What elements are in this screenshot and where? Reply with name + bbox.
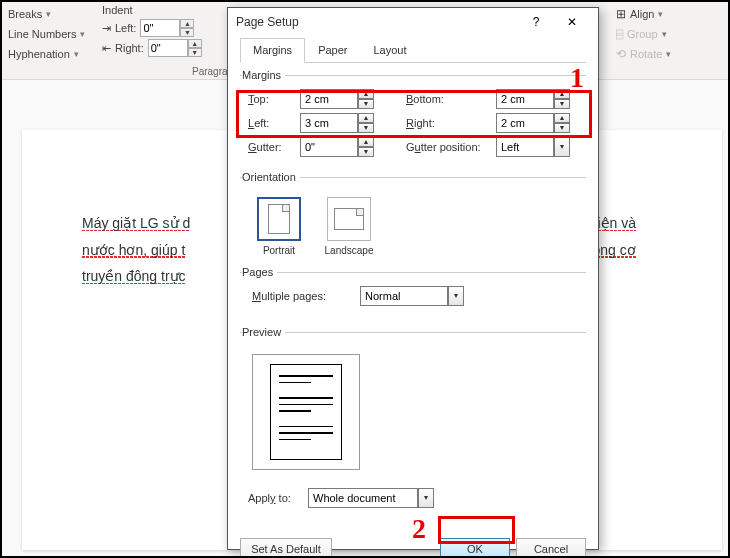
spinner-down-icon[interactable]: ▼ <box>188 48 202 57</box>
dialog-footer: Set As Default OK Cancel <box>228 530 598 558</box>
set-default-button[interactable]: Set As Default <box>240 538 332 558</box>
dialog-title: Page Setup <box>236 15 518 29</box>
spinner-down-icon[interactable]: ▼ <box>554 123 570 133</box>
pages-group: Pages Multiple pages: ▾ <box>240 266 586 312</box>
doc-text: truyền đông trực <box>82 268 186 284</box>
help-button[interactable]: ? <box>518 9 554 35</box>
dialog-tabs: Margins Paper Layout <box>240 38 586 63</box>
rotate-menu[interactable]: ⟲Rotate▾ <box>612 44 675 64</box>
spinner-down-icon[interactable]: ▼ <box>358 99 374 109</box>
group-label: Pages <box>242 266 277 278</box>
tab-paper[interactable]: Paper <box>305 38 360 62</box>
dialog-titlebar[interactable]: Page Setup ? ✕ <box>228 8 598 36</box>
chevron-down-icon: ▾ <box>662 29 667 39</box>
breaks-menu[interactable]: Breaks ▾ <box>4 4 89 24</box>
multiple-pages-select[interactable]: ▾ <box>360 286 464 306</box>
close-button[interactable]: ✕ <box>554 9 590 35</box>
group-label: Orientation <box>242 171 300 183</box>
indent-label: Indent <box>102 4 202 16</box>
label: Group <box>627 28 658 40</box>
indent-left-input[interactable]: ▲▼ <box>140 19 194 37</box>
page-setup-dialog: Page Setup ? ✕ Margins Paper Layout Marg… <box>227 7 599 550</box>
chevron-down-icon: ▾ <box>658 9 663 19</box>
apply-to-select[interactable]: ▾ <box>308 488 434 508</box>
gutter-position-select[interactable]: ▾ <box>496 137 570 157</box>
spinner-up-icon[interactable]: ▲ <box>180 19 194 28</box>
label: Rotate <box>630 48 662 60</box>
preview-thumbnail <box>252 354 360 470</box>
margin-right-input[interactable]: ▲▼ <box>496 113 570 133</box>
ribbon-group-label <box>4 66 7 77</box>
spinner-down-icon[interactable]: ▼ <box>180 28 194 37</box>
chevron-down-icon: ▾ <box>74 49 79 59</box>
chevron-down-icon: ▾ <box>666 49 671 59</box>
chevron-down-icon[interactable]: ▾ <box>554 137 570 157</box>
margin-top-input[interactable]: ▲▼ <box>300 89 374 109</box>
group-label: Preview <box>242 326 285 338</box>
cancel-button[interactable]: Cancel <box>516 538 586 558</box>
chevron-down-icon[interactable]: ▾ <box>418 488 434 508</box>
spinner-up-icon[interactable]: ▲ <box>358 137 374 147</box>
margins-group: Margins Top: ▲▼ Bottom: ▲▼ Left: ▲▼ <box>240 69 586 163</box>
indent-right-input[interactable]: ▲▼ <box>148 39 202 57</box>
margin-bottom-input[interactable]: ▲▼ <box>496 89 570 109</box>
spinner-up-icon[interactable]: ▲ <box>188 39 202 48</box>
chevron-down-icon[interactable]: ▾ <box>448 286 464 306</box>
orientation-landscape[interactable]: Landscape <box>322 197 376 256</box>
paragraph-group-label: Paragra <box>192 66 228 77</box>
spinner-up-icon[interactable]: ▲ <box>358 113 374 123</box>
chevron-down-icon: ▾ <box>80 29 85 39</box>
spinner-down-icon[interactable]: ▼ <box>554 99 570 109</box>
margin-left-input[interactable]: ▲▼ <box>300 113 374 133</box>
spinner-up-icon[interactable]: ▲ <box>554 113 570 123</box>
tab-layout[interactable]: Layout <box>360 38 419 62</box>
preview-group: Preview Apply to: ▾ <box>240 326 586 514</box>
group-menu[interactable]: ⌸Group▾ <box>612 24 675 44</box>
orientation-portrait[interactable]: Portrait <box>252 197 306 256</box>
label: Portrait <box>252 245 306 256</box>
chevron-down-icon: ▾ <box>46 9 51 19</box>
orientation-group: Orientation Portrait Landscape <box>240 171 586 258</box>
doc-text: nước hơn, giúp t <box>82 242 185 258</box>
line-numbers-menu[interactable]: Line Numbers ▾ <box>4 24 89 44</box>
label: Breaks <box>8 8 42 20</box>
ok-button[interactable]: OK <box>440 538 510 558</box>
hyphenation-menu[interactable]: Hyphenation ▾ <box>4 44 89 64</box>
label: Align <box>630 8 654 20</box>
label: Hyphenation <box>8 48 70 60</box>
gutter-input[interactable]: ▲▼ <box>300 137 374 157</box>
label: Line Numbers <box>8 28 76 40</box>
spinner-up-icon[interactable]: ▲ <box>358 89 374 99</box>
spinner-up-icon[interactable]: ▲ <box>554 89 570 99</box>
spinner-down-icon[interactable]: ▼ <box>358 123 374 133</box>
align-menu[interactable]: ⊞Align▾ <box>612 4 675 24</box>
group-label: Margins <box>242 69 285 81</box>
doc-text: Máy giặt LG sử d <box>82 215 190 231</box>
label: Landscape <box>322 245 376 256</box>
indent-left-label: Left: <box>115 22 136 34</box>
tab-margins[interactable]: Margins <box>240 38 305 63</box>
indent-right-label: Right: <box>115 42 144 54</box>
spinner-down-icon[interactable]: ▼ <box>358 147 374 157</box>
